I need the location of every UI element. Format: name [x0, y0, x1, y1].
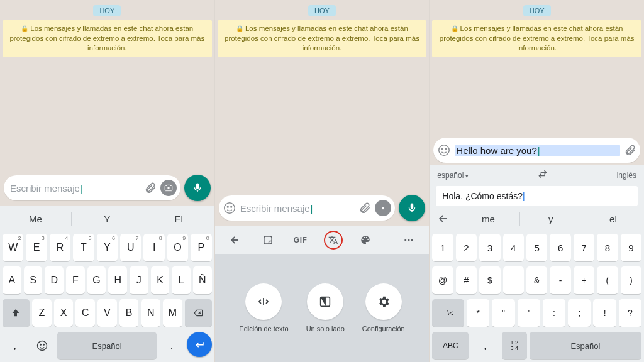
emoji-key[interactable] [30, 332, 55, 359]
mic-button[interactable] [399, 195, 425, 221]
key-)[interactable]: ) [621, 266, 641, 294]
key-I[interactable]: I8 [143, 234, 164, 261]
backspace-key[interactable] [185, 299, 212, 327]
key-&[interactable]: & [526, 266, 547, 294]
abc-key[interactable]: ABC [432, 332, 469, 359]
key-Y[interactable]: Y6 [97, 234, 118, 261]
spacebar[interactable]: Español [530, 332, 641, 359]
back-icon[interactable] [224, 229, 247, 251]
key--[interactable]: - [550, 266, 570, 294]
shift-key[interactable] [3, 299, 30, 327]
key-2[interactable]: 2 [456, 234, 477, 261]
suggestion-3[interactable]: El [143, 214, 214, 224]
key-R[interactable]: R4 [50, 234, 70, 261]
key-4[interactable]: 4 [503, 234, 524, 261]
message-field[interactable]: Escribir mensaje [219, 195, 396, 221]
key-G[interactable]: G [87, 266, 106, 294]
key-Z[interactable]: Z [32, 299, 52, 327]
key-6[interactable]: 6 [550, 234, 570, 261]
theme-icon[interactable] [354, 229, 377, 251]
swap-icon[interactable] [538, 169, 548, 181]
key-E[interactable]: E3 [26, 234, 47, 261]
camera-icon[interactable] [160, 180, 177, 196]
key-Ñ[interactable]: Ñ [193, 266, 212, 294]
key-H[interactable]: H [108, 266, 127, 294]
sticker-icon[interactable] [257, 229, 279, 251]
numfrac-key[interactable]: 1 2 3 4 [502, 332, 527, 359]
encryption-banner[interactable]: Los mensajes y llamadas en este chat aho… [432, 20, 641, 57]
key-3[interactable]: 3 [479, 234, 500, 261]
lang-from[interactable]: español [437, 171, 469, 180]
mic-button[interactable] [184, 175, 211, 201]
key-@[interactable]: @ [432, 266, 453, 294]
key-"[interactable]: " [492, 299, 514, 327]
key-W[interactable]: W2 [3, 234, 23, 261]
comma-key[interactable]: , [471, 332, 499, 359]
encryption-banner[interactable]: Los mensajes y llamadas en este chat aho… [3, 20, 212, 57]
key-B[interactable]: B [119, 299, 139, 327]
enter-key[interactable] [187, 332, 212, 357]
key-C[interactable]: C [75, 299, 95, 327]
text-edit-tool[interactable]: Edición de texto [239, 283, 288, 332]
key-9[interactable]: 9 [621, 234, 641, 261]
key-M[interactable]: M [163, 299, 182, 327]
key-O[interactable]: O9 [167, 234, 188, 261]
key-$[interactable]: $ [479, 266, 500, 294]
key-F[interactable]: F [66, 266, 85, 294]
key-U[interactable]: U7 [120, 234, 141, 261]
key-A[interactable]: A [3, 266, 21, 294]
attach-icon[interactable] [624, 144, 636, 156]
key-K[interactable]: K [151, 266, 170, 294]
comma-key[interactable]: , [3, 332, 28, 359]
key-_[interactable]: _ [503, 266, 524, 294]
svg-rect-7 [264, 236, 272, 244]
key-8[interactable]: 8 [597, 234, 618, 261]
emoji-icon[interactable] [437, 143, 451, 157]
key-1[interactable]: 1 [432, 234, 453, 261]
key-N[interactable]: N [141, 299, 160, 327]
key-'[interactable]: ' [518, 299, 540, 327]
spacebar[interactable]: Español [57, 332, 157, 359]
key-S[interactable]: S [24, 266, 43, 294]
key-+[interactable]: + [574, 266, 594, 294]
gif-button[interactable]: GIF [289, 229, 312, 251]
emoji-icon[interactable] [223, 201, 236, 215]
key-([interactable]: ( [597, 266, 618, 294]
lang-to[interactable]: inglés [617, 171, 636, 180]
key-*[interactable]: * [467, 299, 489, 327]
key-J[interactable]: J [130, 266, 148, 294]
translate-icon[interactable] [322, 229, 345, 251]
key-D[interactable]: D [45, 266, 64, 294]
key-T[interactable]: T5 [73, 234, 94, 261]
one-hand-tool[interactable]: Un solo lado [306, 283, 345, 332]
encryption-banner[interactable]: Los mensajes y llamadas en este chat aho… [218, 20, 427, 57]
message-field[interactable]: Escribir mensaje [4, 175, 180, 200]
settings-tool[interactable]: Configuración [362, 283, 405, 332]
suggestion-1[interactable]: Me [0, 214, 71, 224]
suggestion-2[interactable]: Y [72, 214, 143, 224]
attach-icon[interactable] [144, 182, 157, 194]
message-field[interactable]: Hello how are you? [433, 138, 640, 163]
key-X[interactable]: X [54, 299, 74, 327]
key-L[interactable]: L [172, 266, 191, 294]
key-![interactable]: ! [593, 299, 616, 327]
period-key[interactable]: . [159, 332, 184, 359]
svg-point-0 [38, 341, 47, 351]
translation-field[interactable]: Hola, ¿Cómo estás? [436, 186, 638, 206]
key-5[interactable]: 5 [526, 234, 547, 261]
back-icon[interactable] [430, 212, 457, 225]
key-7[interactable]: 7 [574, 234, 594, 261]
key-?[interactable]: ? [619, 299, 641, 327]
attach-icon[interactable] [358, 202, 371, 214]
suggestion-2[interactable]: y [520, 214, 582, 224]
more-symbols-key[interactable]: =\< [432, 299, 464, 327]
key-V[interactable]: V [97, 299, 117, 327]
key-#[interactable]: # [456, 266, 477, 294]
camera-icon[interactable] [375, 200, 391, 216]
suggestion-3[interactable]: el [582, 214, 644, 224]
key-;[interactable]: ; [568, 299, 591, 327]
more-icon[interactable] [397, 229, 420, 251]
key-:[interactable]: : [543, 299, 565, 327]
suggestion-1[interactable]: me [457, 214, 519, 224]
key-P[interactable]: P0 [191, 234, 211, 261]
